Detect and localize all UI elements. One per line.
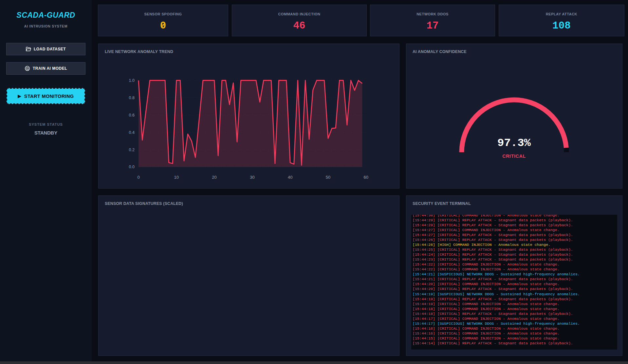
svg-text:0: 0 [137, 175, 139, 180]
svg-text:10: 10 [174, 175, 179, 180]
svg-text:1.0: 1.0 [129, 78, 135, 83]
svg-text:0.2: 0.2 [129, 148, 135, 152]
svg-text:0.4: 0.4 [129, 130, 135, 135]
svg-text:60: 60 [364, 175, 368, 180]
svg-text:50: 50 [326, 175, 330, 180]
svg-text:0.8: 0.8 [129, 96, 135, 100]
svg-text:0.0: 0.0 [129, 165, 135, 169]
svg-text:40: 40 [288, 175, 292, 180]
svg-text:30: 30 [250, 175, 254, 180]
svg-text:0.6: 0.6 [129, 113, 135, 118]
svg-text:20: 20 [212, 175, 216, 180]
